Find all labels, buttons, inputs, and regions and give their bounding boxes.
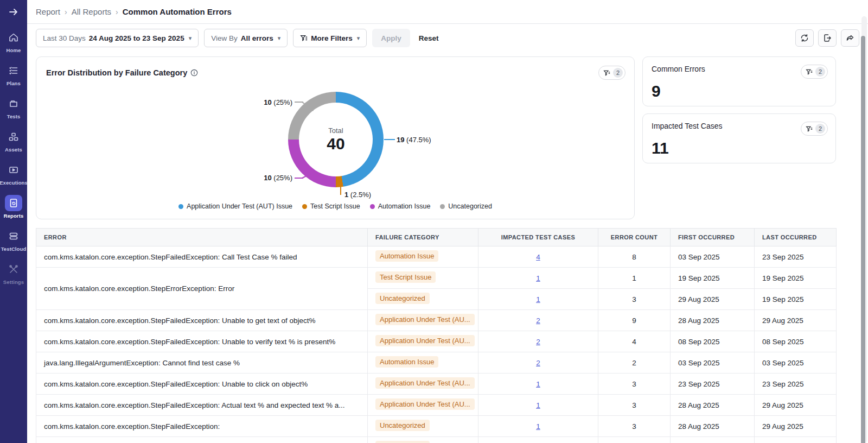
callout-line xyxy=(384,139,395,140)
refresh-button[interactable] xyxy=(795,29,814,47)
impacted-test-cases-cell: 1 xyxy=(478,289,598,310)
view-by-value: All errors xyxy=(241,34,273,42)
error-count-cell: 9 xyxy=(598,310,671,331)
error-message-cell: com.kms.katalon.core.exception.StepFaile… xyxy=(36,416,368,437)
first-occurred-cell: 23 Sep 2025 xyxy=(671,374,755,395)
sidebar-item-assets[interactable]: Assets xyxy=(0,129,27,153)
sidebar-item-home[interactable]: Home xyxy=(0,29,27,53)
last-occurred-cell: 19 Sep 2025 xyxy=(755,268,837,289)
share-button[interactable] xyxy=(841,29,859,47)
sidebar-item-testcloud[interactable]: TestCloud xyxy=(0,228,27,252)
first-occurred-cell: 19 Sep 2025 xyxy=(671,268,755,289)
impacted-test-cases-link[interactable]: 1 xyxy=(536,380,540,388)
failure-category-badge: Test Script Issue xyxy=(375,271,436,283)
impacted-test-cases-cell: 1 xyxy=(478,437,598,443)
failure-category-badge: Uncategorized xyxy=(375,441,430,443)
common-errors-title: Common Errors xyxy=(652,65,705,73)
common-errors-value: 9 xyxy=(652,82,828,100)
donut-total-value: 40 xyxy=(327,135,344,153)
error-count-cell: 4 xyxy=(598,437,671,443)
error-message-cell: java.lang.IllegalArgumentException: Cann… xyxy=(36,352,368,374)
impacted-test-cases-link[interactable]: 1 xyxy=(536,422,540,431)
apply-button[interactable]: Apply xyxy=(372,29,410,47)
first-occurred-cell: 08 Sep 2025 xyxy=(671,331,755,352)
refresh-icon xyxy=(800,34,809,42)
impacted-test-cases-cell: 2 xyxy=(478,352,598,374)
sidebar-item-plans[interactable]: Plans xyxy=(0,62,27,86)
legend-item[interactable]: Automation Issue xyxy=(370,202,431,210)
table-row: com.kms.katalon.core.exception.StepFaile… xyxy=(36,246,837,268)
impacted-test-cases-cell: 4 xyxy=(478,246,598,268)
legend-label: Automation Issue xyxy=(378,202,431,210)
scrollbar-track[interactable] xyxy=(861,16,867,443)
failure-category-badge: Automation Issue xyxy=(375,356,438,368)
funnel-icon xyxy=(806,68,813,75)
content: Error Distribution by Failure Category 2… xyxy=(27,52,868,443)
last-occurred-cell: 23 Sep 2025 xyxy=(755,246,837,268)
impacted-test-cases-link[interactable]: 1 xyxy=(536,274,540,282)
error-message-cell: com.kms.katalon.core.exception.StepFaile… xyxy=(36,246,368,268)
testcloud-icon xyxy=(5,228,22,244)
impacted-test-cases-link[interactable]: 2 xyxy=(536,338,540,346)
more-filters-dropdown[interactable]: More Filters ▾ xyxy=(293,29,367,47)
error-count-cell: 3 xyxy=(598,289,671,310)
column-header-error-count: ERROR COUNT xyxy=(598,229,671,246)
donut-total-label: Total xyxy=(328,126,343,135)
failure-category-cell: Application Under Test (AU... xyxy=(368,374,478,395)
legend-label: Uncategorized xyxy=(448,202,492,210)
impacted-filter-pill[interactable]: 2 xyxy=(801,122,828,136)
last-occurred-cell: 19 Sep 2025 xyxy=(755,289,837,310)
legend-label: Application Under Test (AUT) Issue xyxy=(187,202,292,210)
failure-category-cell: Test Script Issue xyxy=(368,268,478,289)
first-occurred-cell: 03 Sep 2025 xyxy=(671,352,755,374)
errors-table: ERRORFAILURE CATEGORYIMPACTED TEST CASES… xyxy=(36,228,837,443)
first-occurred-cell: 28 Aug 2025 xyxy=(671,310,755,331)
last-occurred-cell: 23 Sep 2025 xyxy=(755,374,837,395)
callout-test-script-issue: 1 (2.5%) xyxy=(344,191,371,199)
error-message-cell: com.kms.katalon.core.exception.StepFaile… xyxy=(36,331,368,352)
plans-icon xyxy=(5,62,22,79)
sidebar-item-executions[interactable]: Executions xyxy=(0,162,27,186)
failure-category-cell: Uncategorized xyxy=(368,416,478,437)
impacted-test-cases-cell: 1 xyxy=(478,416,598,437)
first-occurred-cell: 28 Aug 2025 xyxy=(671,395,755,416)
date-range-dropdown[interactable]: Last 30 Days 24 Aug 2025 to 23 Sep 2025 … xyxy=(36,29,199,47)
impacted-test-cases-link[interactable]: 1 xyxy=(536,295,540,303)
breadcrumb-report[interactable]: Report xyxy=(36,7,60,16)
common-errors-filter-pill[interactable]: 2 xyxy=(801,65,828,79)
main-area: Report › All Reports › Common Automation… xyxy=(27,0,868,443)
sidebar-item-label: TestCloud xyxy=(1,246,27,252)
callout-aut-issue: 19 (47.5%) xyxy=(397,136,431,144)
scrollbar-thumb[interactable] xyxy=(861,36,865,443)
legend-item[interactable]: Application Under Test (AUT) Issue xyxy=(178,202,292,210)
export-icon xyxy=(823,34,832,42)
breadcrumb-all-reports[interactable]: All Reports xyxy=(72,7,111,16)
column-header-error: ERROR xyxy=(36,229,368,246)
legend-item[interactable]: Uncategorized xyxy=(440,202,492,210)
more-filters-label: More Filters xyxy=(311,34,353,42)
export-button[interactable] xyxy=(818,29,837,47)
impacted-test-cases-link[interactable]: 1 xyxy=(536,401,540,409)
legend-item[interactable]: Test Script Issue xyxy=(302,202,360,210)
sidebar-item-tests[interactable]: Tests xyxy=(0,96,27,119)
table-row: com.kms.katalon.core.exception.StepFaile… xyxy=(36,395,837,416)
first-occurred-cell: 29 Aug 2025 xyxy=(671,289,755,310)
legend-dot-icon xyxy=(178,204,183,209)
impacted-test-cases-link[interactable]: 2 xyxy=(536,359,540,367)
callout-line xyxy=(340,186,341,195)
impacted-test-cases-cell: 1 xyxy=(478,374,598,395)
legend-dot-icon xyxy=(370,204,375,209)
impacted-test-cases-link[interactable]: 2 xyxy=(536,317,540,325)
failure-category-badge: Application Under Test (AU... xyxy=(375,335,475,346)
failure-category-cell: Uncategorized xyxy=(368,289,478,310)
arrow-right-icon xyxy=(8,7,19,17)
legend-dot-icon xyxy=(302,204,307,209)
view-by-dropdown[interactable]: View By All errors ▾ xyxy=(204,29,288,47)
impacted-test-cases-link[interactable]: 4 xyxy=(536,253,540,261)
sidebar: HomePlansTestsAssetsExecutionsReportsTes… xyxy=(0,0,27,443)
sidebar-item-reports[interactable]: Reports xyxy=(0,195,27,219)
reset-button[interactable]: Reset xyxy=(416,34,442,42)
last-occurred-cell: 03 Sep 2025 xyxy=(755,352,837,374)
sidebar-expand-button[interactable] xyxy=(8,7,19,17)
view-by-label: View By xyxy=(211,34,238,42)
